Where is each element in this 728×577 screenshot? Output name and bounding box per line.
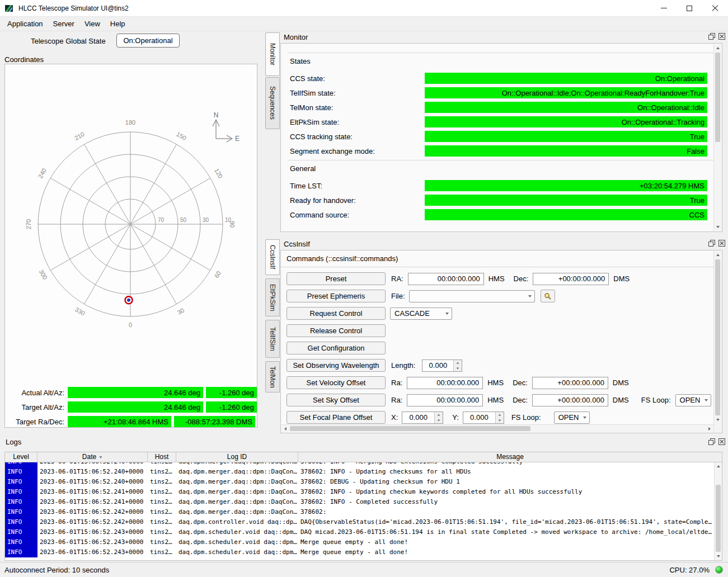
preset-dec-input[interactable]: [533, 273, 609, 285]
y-stepper[interactable]: 0.000: [463, 412, 504, 424]
release-control-button[interactable]: Release Control: [286, 324, 386, 337]
preset-ephemeris-button[interactable]: Preset Ephemeris: [286, 290, 386, 302]
set-focal-plane-offset-button[interactable]: Set Focal Plane Offset: [286, 411, 386, 424]
tab-telmon[interactable]: TelMon: [265, 361, 280, 392]
polar-chart: N E 705030100306090120150180210240270300…: [5, 64, 257, 383]
float-panel-icon[interactable]: [708, 438, 715, 445]
state-row: CCS state: On:Operational: [290, 73, 707, 84]
log-row[interactable]: INFO2023-06-01T15:06:52.242+0000tins2…da…: [5, 517, 714, 527]
ccs-state-label: CCS state:: [290, 74, 425, 83]
column-header-logid[interactable]: Log ID: [176, 452, 298, 462]
scroll-down-icon[interactable]: [714, 223, 722, 231]
column-header-host[interactable]: Host: [148, 452, 176, 462]
maximize-button[interactable]: [677, 0, 702, 17]
length-stepper[interactable]: 0.000: [422, 360, 462, 372]
minimize-button[interactable]: [651, 0, 677, 17]
column-header-date[interactable]: Date: [37, 452, 148, 462]
sky-dec-input[interactable]: [532, 394, 608, 406]
log-row[interactable]: INFO2023-06-01T15:06:52.242+0000tins2…da…: [5, 507, 714, 517]
stepper-up-icon[interactable]: [454, 360, 462, 366]
menu-help[interactable]: Help: [105, 17, 130, 30]
set-sky-offset-button[interactable]: Set Sky Offset: [286, 394, 386, 406]
maximize-icon: [687, 6, 692, 11]
ccsinsif-vscrollbar[interactable]: [713, 251, 721, 432]
log-row[interactable]: INFO2023-06-01T15:06:52.243+0000tins2…da…: [5, 547, 714, 557]
tab-sequences[interactable]: Sequences: [265, 77, 280, 129]
close-panel-icon[interactable]: [718, 240, 725, 247]
scroll-up-icon[interactable]: [715, 462, 722, 470]
request-control-mode-select[interactable]: CASCADE: [390, 308, 452, 320]
log-row[interactable]: INFO2023-06-01T15:06:52.240+0000tins2…da…: [5, 467, 714, 477]
log-row[interactable]: INFO2023-06-01T15:06:52.243+0000tins2…da…: [5, 527, 714, 537]
state-row: CCS tracking state: True: [290, 131, 707, 142]
global-state-value[interactable]: On:Operational: [116, 34, 180, 48]
svg-text:50: 50: [180, 217, 187, 223]
column-header-level[interactable]: Level: [5, 452, 37, 462]
scrollbar-thumb[interactable]: [715, 53, 720, 142]
tab-telifsim[interactable]: TelIfSim: [265, 320, 280, 358]
preset-ra-input[interactable]: [408, 273, 484, 285]
log-row[interactable]: INFO2023-06-01T15:06:52.240+0000tins2…da…: [5, 462, 714, 467]
close-panel-icon[interactable]: [718, 33, 725, 40]
menu-server[interactable]: Server: [48, 17, 79, 30]
scroll-up-icon[interactable]: [714, 251, 722, 259]
global-state-label: Telescope Global State: [31, 37, 106, 45]
column-header-message[interactable]: Message: [298, 452, 722, 462]
scroll-left-icon[interactable]: [281, 425, 289, 433]
target-ra-value: +21:08:46.864 HMS: [68, 416, 171, 427]
dms-unit-label: DMS: [613, 396, 629, 404]
sky-ra-input[interactable]: [407, 394, 483, 406]
log-row[interactable]: INFO2023-06-01T15:06:52.241+0000tins2…da…: [5, 497, 714, 507]
compass-east-label: E: [235, 135, 239, 143]
focal-fs-loop-select[interactable]: OPEN: [554, 412, 590, 424]
menu-bar: Application Server View Help: [0, 17, 728, 31]
set-velocity-offset-button[interactable]: Set Velocity Offset: [286, 376, 386, 389]
monitor-scrollbar[interactable]: [713, 44, 721, 231]
scrollbar-thumb[interactable]: [716, 485, 721, 552]
scroll-down-icon[interactable]: [715, 552, 722, 560]
time-lst-label: Time LST:: [290, 182, 425, 190]
scroll-right-icon[interactable]: [706, 425, 713, 433]
dms-unit-label: DMS: [613, 379, 629, 387]
preset-button[interactable]: Preset: [286, 272, 386, 285]
scroll-up-icon[interactable]: [714, 44, 722, 52]
ccsinsif-hscrollbar[interactable]: [281, 424, 713, 432]
stepper-up-icon[interactable]: [435, 412, 443, 418]
float-panel-icon[interactable]: [708, 240, 715, 247]
tab-eltpksim[interactable]: EltPkSim: [265, 278, 280, 316]
log-row[interactable]: INFO2023-06-01T15:06:52.240+0000tins2…da…: [5, 477, 714, 487]
scrollbar-thumb[interactable]: [290, 426, 530, 431]
stepper-down-icon[interactable]: [496, 418, 504, 423]
velocity-ra-input[interactable]: [407, 377, 483, 389]
file-select[interactable]: [409, 290, 535, 302]
scrollbar-thumb[interactable]: [715, 259, 720, 415]
set-velocity-offset-row: Set Velocity Offset Ra: HMS Dec: DMS: [286, 376, 629, 389]
stepper-down-icon[interactable]: [435, 418, 443, 423]
request-control-button[interactable]: Request Control: [286, 307, 386, 320]
monitor-panel: Monitor Monitor Sequences States CCS sta…: [265, 31, 726, 232]
ccs-state-value: On:Operational: [425, 73, 707, 84]
svg-text:30: 30: [203, 217, 209, 223]
close-button[interactable]: [702, 0, 728, 17]
file-search-button[interactable]: [541, 290, 555, 302]
set-observing-wavelength-button[interactable]: Set Observing Wavelength: [286, 359, 386, 372]
logs-scrollbar[interactable]: [714, 462, 722, 560]
log-row[interactable]: INFO2023-06-01T15:06:52.243+0000tins2…da…: [5, 537, 714, 547]
tab-monitor[interactable]: Monitor: [265, 32, 280, 76]
get-configuration-button[interactable]: Get Configuration: [286, 342, 386, 354]
velocity-dec-input[interactable]: [532, 377, 608, 389]
menu-application[interactable]: Application: [2, 17, 48, 30]
tab-ccsinsif[interactable]: CcsInsIf: [265, 239, 280, 275]
actual-az-value: -1.260 deg: [206, 387, 257, 398]
sky-fs-loop-select[interactable]: OPEN: [675, 394, 711, 406]
stepper-up-icon[interactable]: [496, 412, 504, 418]
close-panel-icon[interactable]: [718, 438, 725, 445]
logs-panel-title: Logs: [6, 438, 21, 446]
menu-view[interactable]: View: [79, 17, 105, 30]
float-panel-icon[interactable]: [708, 33, 715, 40]
actual-altaz-row: Actual Alt/Az: 24.646 deg -1.260 deg: [5, 387, 258, 398]
log-row[interactable]: INFO2023-06-01T15:06:52.241+0000tins2…da…: [5, 487, 714, 497]
x-stepper[interactable]: 0.000: [402, 412, 443, 424]
stepper-down-icon[interactable]: [454, 366, 462, 371]
scroll-down-icon[interactable]: [714, 416, 722, 424]
